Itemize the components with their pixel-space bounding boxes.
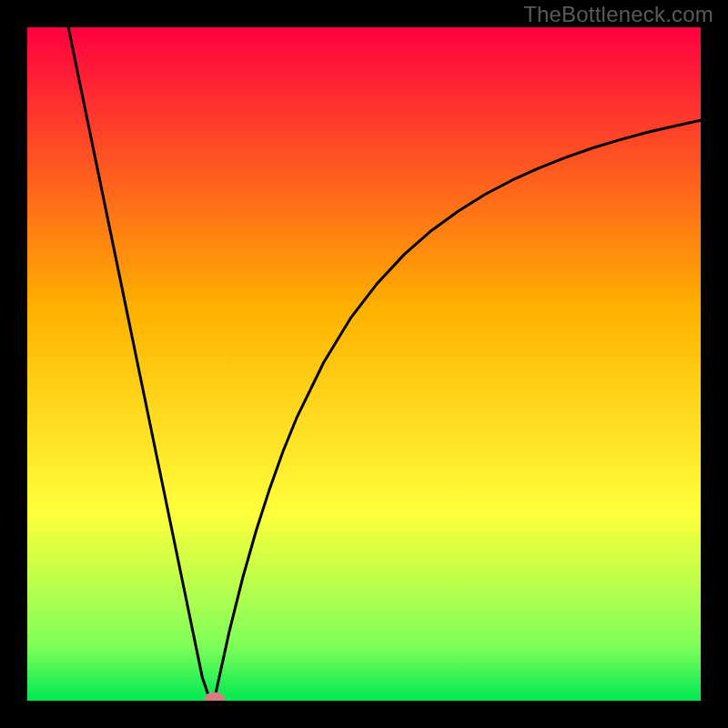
chart-svg [27,27,701,701]
gradient-background [27,27,701,701]
watermark-text: TheBottleneck.com [523,2,713,27]
plot-area [27,27,701,701]
chart-frame: TheBottleneck.com [0,0,728,728]
